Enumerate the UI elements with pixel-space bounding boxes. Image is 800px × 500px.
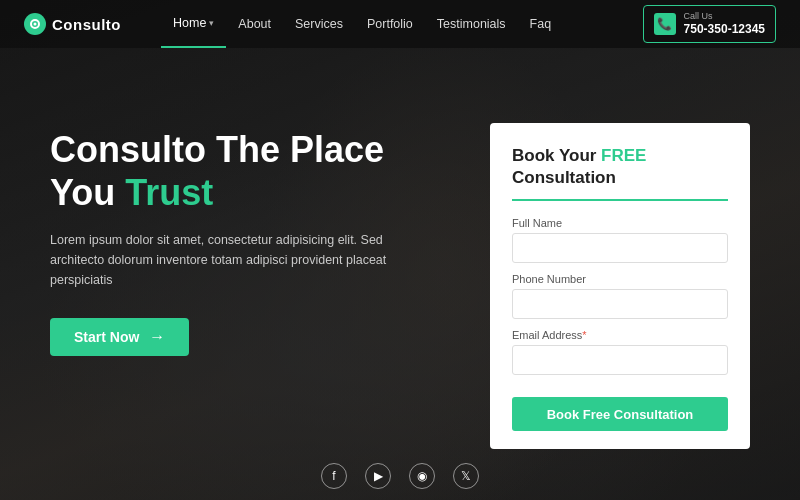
nav-link-portfolio[interactable]: Portfolio	[355, 0, 425, 48]
twitter-icon[interactable]: 𝕏	[453, 463, 479, 489]
consultation-form: Book Your FREE Consultation Full Name Ph…	[490, 123, 750, 449]
start-now-button[interactable]: Start Now →	[50, 318, 189, 356]
nav-link-services[interactable]: Services	[283, 0, 355, 48]
phone-icon: 📞	[654, 13, 676, 35]
phone-number: 750-350-12345	[684, 22, 765, 36]
full-name-label: Full Name	[512, 217, 728, 229]
nav-links: Home ▾ About Services Portfolio Testimon…	[161, 0, 643, 48]
brand-name: Consulto	[52, 16, 121, 33]
arrow-icon: →	[149, 328, 165, 346]
hero-content: Consulto The Place You Trust Lorem ipsum…	[0, 48, 800, 452]
phone-button[interactable]: 📞 Call Us 750-350-12345	[643, 5, 776, 42]
navbar: Consulto Home ▾ About Services Portfolio…	[0, 0, 800, 48]
phone-number-label: Phone Number	[512, 273, 728, 285]
footer-social: f ▶ ◉ 𝕏	[0, 452, 800, 500]
nav-link-about[interactable]: About	[226, 0, 283, 48]
hero-title: Consulto The Place You Trust	[50, 128, 430, 214]
logo[interactable]: Consulto	[24, 13, 121, 35]
chevron-down-icon: ▾	[209, 18, 214, 28]
svg-point-1	[34, 23, 37, 26]
nav-link-home[interactable]: Home ▾	[161, 0, 226, 48]
form-group-phone: Phone Number	[512, 273, 728, 319]
facebook-icon[interactable]: f	[321, 463, 347, 489]
full-name-input[interactable]	[512, 233, 728, 263]
nav-link-testimonials[interactable]: Testimonials	[425, 0, 518, 48]
email-label: Email Address*	[512, 329, 728, 341]
hero-description: Lorem ipsum dolor sit amet, consectetur …	[50, 230, 390, 290]
email-input[interactable]	[512, 345, 728, 375]
book-consultation-button[interactable]: Book Free Consultation	[512, 397, 728, 431]
youtube-icon[interactable]: ▶	[365, 463, 391, 489]
phone-number-input[interactable]	[512, 289, 728, 319]
form-group-name: Full Name	[512, 217, 728, 263]
call-us-label: Call Us	[684, 11, 765, 22]
nav-link-faq[interactable]: Faq	[518, 0, 564, 48]
form-group-email: Email Address*	[512, 329, 728, 375]
instagram-icon[interactable]: ◉	[409, 463, 435, 489]
logo-icon	[24, 13, 46, 35]
hero-left: Consulto The Place You Trust Lorem ipsum…	[50, 108, 490, 356]
form-title: Book Your FREE Consultation	[512, 145, 728, 201]
